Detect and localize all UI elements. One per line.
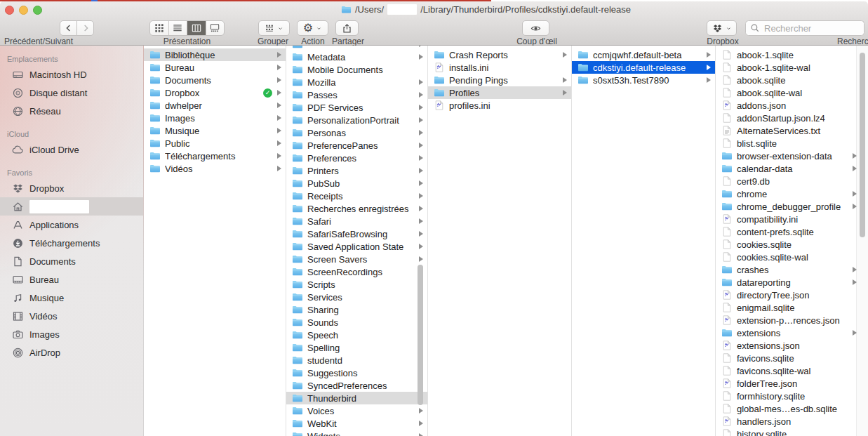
file-row[interactable]: datareporting <box>716 276 868 289</box>
file-row[interactable]: Images <box>144 112 286 124</box>
file-row[interactable]: Pending Pings <box>428 74 571 86</box>
file-row[interactable]: content-prefs.sqlite <box>716 225 868 238</box>
file-row[interactable]: Crash Reports <box>428 48 571 61</box>
sidebar-item[interactable]: Téléchargements <box>0 234 143 252</box>
file-row[interactable]: Saved Application State <box>286 240 427 253</box>
file-row[interactable]: Speech <box>286 329 427 341</box>
sidebar-item[interactable]: Dropbox <box>0 179 143 197</box>
sidebar-item[interactable]: Disque distant <box>0 84 143 102</box>
file-row[interactable]: Voices <box>286 404 427 417</box>
file-row[interactable]: abook.sqlite <box>716 74 868 86</box>
sidebar-item[interactable]: Musique <box>0 289 143 307</box>
file-row[interactable]: Bureau <box>144 61 286 74</box>
group-button[interactable] <box>258 20 290 36</box>
sidebar-item[interactable]: iCloud Drive <box>0 140 143 159</box>
file-row[interactable]: Profiles <box>428 86 571 99</box>
search-field[interactable] <box>745 20 864 36</box>
file-row[interactable]: handlers.json <box>716 415 868 428</box>
file-row[interactable]: Recherches enregistrées <box>286 202 427 215</box>
file-row[interactable]: PubSub <box>286 177 427 190</box>
file-row[interactable]: ScreenRecordings <box>286 265 427 278</box>
file-row[interactable]: Sharing <box>286 303 427 316</box>
file-row[interactable]: s0sxt53h.Test7890 <box>572 74 715 86</box>
file-row[interactable]: global-mes…es-db.sqlite <box>716 402 868 415</box>
sidebar-item[interactable]: Vidéos <box>0 307 143 325</box>
file-row[interactable]: Metadata <box>286 51 427 63</box>
file-row[interactable]: chrome_debugger_profile <box>716 200 868 213</box>
file-row[interactable]: addonStartup.json.lz4 <box>716 112 868 124</box>
file-row[interactable]: formhistory.sqlite <box>716 390 868 402</box>
file-row[interactable]: extension-p…rences.json <box>716 314 868 326</box>
file-row[interactable]: enigmail.sqlite <box>716 301 868 314</box>
file-row[interactable]: Mozilla <box>286 76 427 88</box>
file-row[interactable]: cert9.db <box>716 175 868 187</box>
file-row[interactable]: Printers <box>286 164 427 177</box>
file-row[interactable]: abook-1.sqlite-wal <box>716 61 868 74</box>
file-row[interactable]: extensions.json <box>716 339 868 352</box>
library-column-scrollbar[interactable] <box>418 265 423 405</box>
dropbox-toolbar-button[interactable] <box>707 20 737 36</box>
file-row[interactable]: Receipts <box>286 190 427 202</box>
file-row[interactable]: PersonalizationPortrait <box>286 114 427 126</box>
view-as-list-button[interactable] <box>169 21 188 35</box>
file-row[interactable]: AlternateServices.txt <box>716 124 868 137</box>
forward-button[interactable] <box>76 20 94 36</box>
close-window-button[interactable] <box>5 6 14 15</box>
file-row[interactable]: Vidéos <box>144 162 286 175</box>
view-as-icons-button[interactable] <box>150 21 169 35</box>
file-row[interactable] <box>286 46 427 51</box>
file-row[interactable]: Thunderbird <box>286 392 427 404</box>
file-row[interactable]: ccmjqwhf.default-beta <box>572 48 715 61</box>
file-row[interactable]: cdkstiyi.default-release <box>572 61 715 74</box>
sidebar-item[interactable]: Bureau <box>0 270 143 289</box>
file-row[interactable]: profiles.ini <box>428 99 571 112</box>
file-row[interactable]: Dropbox <box>144 86 286 99</box>
file-row[interactable]: WebKit <box>286 417 427 430</box>
file-row[interactable]: compatibility.ini <box>716 213 868 225</box>
file-row[interactable]: Passes <box>286 88 427 101</box>
file-row[interactable]: Personas <box>286 126 427 139</box>
sidebar-item[interactable]: Applications <box>0 216 143 234</box>
view-as-columns-button[interactable] <box>187 21 206 35</box>
file-row[interactable]: Widgets <box>286 430 427 436</box>
minimize-window-button[interactable] <box>19 6 28 15</box>
file-row[interactable]: crashes <box>716 263 868 276</box>
file-row[interactable]: cookies.sqlite-wal <box>716 251 868 263</box>
file-row[interactable]: blist.sqlite <box>716 137 868 150</box>
file-row[interactable]: Mobile Documents <box>286 63 427 76</box>
file-row[interactable]: SyncedPreferences <box>286 379 427 392</box>
file-row[interactable]: PreferencePanes <box>286 139 427 152</box>
file-row[interactable]: abook-1.sqlite <box>716 48 868 61</box>
file-row[interactable]: Musique <box>144 124 286 137</box>
file-row[interactable]: abook.sqlite-wal <box>716 86 868 99</box>
sidebar-item[interactable]: AirDrop <box>0 343 143 362</box>
file-row[interactable]: dwhelper <box>144 99 286 112</box>
quicklook-button[interactable] <box>522 20 549 36</box>
file-row[interactable]: Preferences <box>286 152 427 164</box>
profile-column-scrollbar[interactable] <box>860 53 865 237</box>
action-button[interactable]: ⚙ <box>297 20 328 36</box>
file-row[interactable]: studentd <box>286 354 427 366</box>
file-row[interactable]: Services <box>286 291 427 303</box>
file-row[interactable]: browser-extension-data <box>716 150 868 162</box>
file-row[interactable]: folderTree.json <box>716 377 868 390</box>
file-row[interactable]: favicons.sqlite-wal <box>716 364 868 377</box>
file-row[interactable]: history.sqlite <box>716 428 868 436</box>
file-row[interactable]: Screen Savers <box>286 253 427 265</box>
zoom-window-button[interactable] <box>33 6 42 15</box>
file-row[interactable]: Safari <box>286 215 427 227</box>
file-row[interactable]: directoryTree.json <box>716 289 868 301</box>
file-row[interactable]: chrome <box>716 187 868 200</box>
file-row[interactable]: favicons.sqlite <box>716 352 868 364</box>
sidebar-item[interactable] <box>0 197 143 216</box>
file-row[interactable]: installs.ini <box>428 61 571 74</box>
share-button[interactable] <box>335 20 359 36</box>
file-row[interactable]: PDF Services <box>286 101 427 114</box>
sidebar-item[interactable]: Réseau <box>0 102 143 120</box>
file-row[interactable]: Bibliothèque <box>144 48 286 61</box>
file-row[interactable]: Sounds <box>286 316 427 329</box>
search-input[interactable] <box>763 22 860 34</box>
sidebar-item[interactable]: Documents <box>0 252 143 270</box>
file-row[interactable]: Public <box>144 137 286 150</box>
folder-proxy-icon[interactable] <box>341 4 352 15</box>
